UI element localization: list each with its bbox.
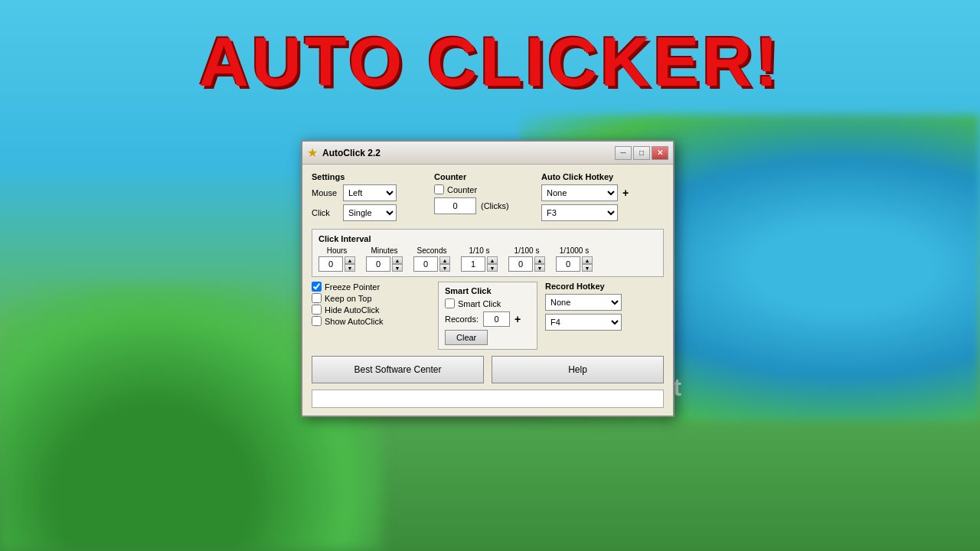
tenth-col: 1/10 s ▲ ▼ — [461, 246, 498, 272]
clear-button[interactable]: Clear — [445, 330, 488, 345]
hours-up-btn[interactable]: ▲ — [345, 256, 355, 264]
settings-section: Settings Mouse Left Right Middle Click S… — [312, 172, 426, 224]
minutes-down-btn[interactable]: ▼ — [392, 264, 403, 272]
hours-col: Hours ▲ ▼ — [318, 246, 355, 272]
top-row: Settings Mouse Left Right Middle Click S… — [312, 172, 664, 224]
smart-click-checkbox-label: Smart Click — [458, 299, 501, 308]
hundredth-header: 1/100 s — [514, 246, 540, 255]
auto-click-hotkey-label: Auto Click Hotkey — [541, 172, 664, 181]
counter-checkbox-row: Counter — [434, 184, 534, 194]
mouse-row: Mouse Left Right Middle — [312, 184, 426, 201]
records-input[interactable] — [483, 311, 510, 327]
tenth-spinner: ▲ ▼ — [461, 256, 498, 272]
hide-autoclicker-checkbox[interactable] — [312, 305, 322, 315]
freeze-pointer-label: Freeze Pointer — [325, 282, 380, 292]
thousandth-spinner-btns: ▲ ▼ — [582, 256, 593, 272]
seconds-input[interactable] — [413, 256, 438, 272]
titlebar-star-icon: ★ — [307, 145, 318, 160]
tenth-header: 1/10 s — [469, 246, 489, 255]
bottom-buttons: Best Software Center Help — [312, 356, 664, 383]
hundredth-up-btn[interactable]: ▲ — [534, 256, 545, 264]
autoclicker-window: ★ AutoClick 2.2 ─ □ ✕ Settings Mouse Lef… — [301, 140, 675, 417]
middle-row: Freeze Pointer Keep on Top Hide AutoClic… — [312, 282, 664, 350]
minutes-up-btn[interactable]: ▲ — [392, 256, 403, 264]
click-row: Click Single Double — [312, 204, 426, 221]
minimize-button[interactable]: ─ — [615, 146, 632, 160]
counter-checkbox[interactable] — [434, 184, 444, 194]
thousandth-input[interactable] — [556, 256, 580, 272]
keep-on-top-checkbox[interactable] — [312, 293, 322, 303]
thousandth-spinner: ▲ ▼ — [556, 256, 593, 272]
mouse-select[interactable]: Left Right Middle — [343, 184, 397, 201]
seconds-col: Seconds ▲ ▼ — [413, 246, 450, 272]
click-select[interactable]: Single Double — [343, 204, 397, 221]
settings-label: Settings — [312, 172, 426, 181]
hotkey-plus: + — [622, 187, 629, 199]
show-autoclicker-row: Show AutoClick — [312, 316, 430, 326]
keep-on-top-label: Keep on Top — [325, 294, 372, 303]
records-plus: + — [514, 313, 521, 325]
hide-autoclicker-label: Hide AutoClick — [325, 305, 380, 315]
minutes-spinner: ▲ ▼ — [366, 256, 403, 272]
counter-section: Counter Counter (Clicks) — [434, 172, 534, 224]
hundredth-down-btn[interactable]: ▼ — [534, 264, 545, 272]
record-hotkey-section: Record Hotkey None Ctrl Alt Shift F4 F5 … — [545, 282, 664, 350]
auto-click-hotkey-section: Auto Click Hotkey None Ctrl Alt Shift + … — [541, 172, 664, 224]
main-title: AUTO CLICKER! — [0, 23, 980, 102]
smart-click-box: Smart Click Smart Click Records: + Clear — [438, 282, 537, 350]
record-hotkey-label: Record Hotkey — [545, 282, 664, 291]
minutes-header: Minutes — [371, 246, 397, 255]
click-interval-section: Click Interval Hours ▲ ▼ Minutes — [312, 229, 664, 277]
best-software-center-button[interactable]: Best Software Center — [312, 356, 484, 383]
freeze-pointer-row: Freeze Pointer — [312, 282, 430, 292]
counter-value-input[interactable] — [434, 197, 476, 214]
close-button[interactable]: ✕ — [652, 146, 668, 160]
hours-spinner-btns: ▲ ▼ — [345, 256, 355, 272]
seconds-spinner: ▲ ▼ — [413, 256, 450, 272]
seconds-down-btn[interactable]: ▼ — [439, 264, 450, 272]
clicks-label: (Clicks) — [481, 201, 509, 210]
thousandth-down-btn[interactable]: ▼ — [582, 264, 593, 272]
minutes-input[interactable] — [366, 256, 390, 272]
counter-label: Counter — [434, 172, 534, 181]
restore-button[interactable]: □ — [633, 146, 650, 160]
seconds-header: Seconds — [417, 246, 447, 255]
freeze-pointer-checkbox[interactable] — [312, 282, 322, 292]
hotkey-modifier-select[interactable]: None Ctrl Alt Shift — [541, 184, 618, 201]
keep-on-top-row: Keep on Top — [312, 293, 430, 303]
hours-down-btn[interactable]: ▼ — [345, 264, 355, 272]
help-button[interactable]: Help — [492, 356, 664, 383]
titlebar-title: AutoClick 2.2 — [322, 148, 610, 158]
hundredth-input[interactable] — [508, 256, 533, 272]
records-label: Records: — [445, 315, 479, 324]
mouse-label: Mouse — [312, 188, 338, 197]
seconds-spinner-btns: ▲ ▼ — [439, 256, 450, 272]
click-label: Click — [312, 208, 338, 217]
options-section: Freeze Pointer Keep on Top Hide AutoClic… — [312, 282, 430, 350]
thousandth-up-btn[interactable]: ▲ — [582, 256, 593, 264]
show-autoclicker-label: Show AutoClick — [325, 317, 383, 326]
smart-click-checkbox[interactable] — [445, 298, 455, 308]
hotkey-key-select[interactable]: F3 F4 F5 F6 — [541, 204, 618, 221]
url-bar[interactable] — [312, 390, 664, 408]
tenth-spinner-btns: ▲ ▼ — [487, 256, 498, 272]
titlebar-buttons: ─ □ ✕ — [615, 146, 668, 160]
show-autoclicker-checkbox[interactable] — [312, 316, 322, 326]
smart-click-checkbox-row: Smart Click — [445, 298, 531, 308]
thousandth-header: 1/1000 s — [560, 246, 589, 255]
counter-value-row: (Clicks) — [434, 197, 534, 214]
seconds-up-btn[interactable]: ▲ — [439, 256, 450, 264]
hundredth-spinner: ▲ ▼ — [508, 256, 545, 272]
window-content: Settings Mouse Left Right Middle Click S… — [302, 165, 673, 416]
tenth-up-btn[interactable]: ▲ — [487, 256, 498, 264]
thousandth-col: 1/1000 s ▲ ▼ — [556, 246, 593, 272]
hours-spinner: ▲ ▼ — [318, 256, 355, 272]
record-hotkey-key-select[interactable]: F4 F5 F6 F7 — [545, 314, 622, 331]
tenth-down-btn[interactable]: ▼ — [487, 264, 498, 272]
record-hotkey-modifier-select[interactable]: None Ctrl Alt Shift — [545, 294, 622, 311]
tenth-input[interactable] — [461, 256, 485, 272]
hundredth-spinner-btns: ▲ ▼ — [534, 256, 545, 272]
hours-input[interactable] — [318, 256, 343, 272]
minutes-col: Minutes ▲ ▼ — [366, 246, 403, 272]
records-row: Records: + — [445, 311, 531, 327]
